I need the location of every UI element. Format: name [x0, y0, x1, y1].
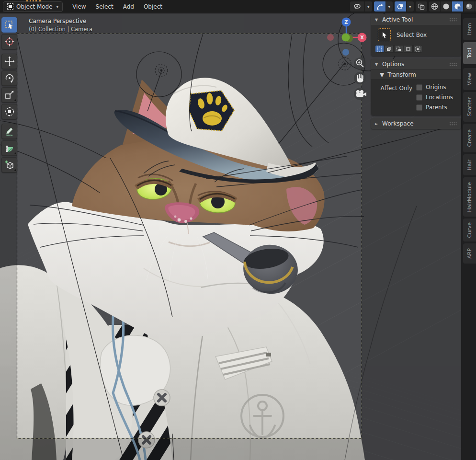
toggle-xray-button[interactable]	[416, 1, 427, 12]
tool-transform[interactable]	[1, 104, 17, 119]
mode-selector-label: Object Mode	[16, 3, 53, 10]
select-mode-set[interactable]	[375, 45, 384, 53]
tool-cursor[interactable]	[1, 34, 17, 49]
sidebar-tab-column: Item Tool View Scatter Create Hair HairM…	[461, 13, 476, 460]
axis-neg-z[interactable]	[342, 49, 349, 56]
tool-rotate[interactable]	[1, 70, 17, 86]
checkbox-box[interactable]	[416, 94, 422, 101]
xray-icon	[418, 3, 425, 10]
select-box-icon	[5, 20, 14, 30]
cursor-icon	[4, 36, 15, 47]
clipped-tool-marker	[26, 0, 41, 1]
tool-shelf	[1, 17, 19, 172]
panel-title: Options	[382, 61, 404, 68]
select-mode-intersect[interactable]	[413, 45, 422, 53]
tab-tool[interactable]: Tool	[463, 42, 476, 64]
viewport-header: Object Mode ▾ View Select Add Object ▾	[0, 0, 476, 13]
tool-add-cube[interactable]	[1, 157, 17, 172]
collapse-triangle-icon: ▼	[375, 18, 379, 22]
camera-view-button[interactable]	[354, 88, 366, 100]
tab-item[interactable]: Item	[463, 18, 476, 40]
checkbox-box[interactable]	[416, 104, 422, 111]
menu-view[interactable]: View	[68, 0, 91, 13]
tool-measure[interactable]	[1, 140, 17, 156]
tab-arp[interactable]: ARP	[463, 243, 476, 264]
checkbox-box[interactable]	[416, 84, 422, 91]
panel-grip-handle[interactable]	[449, 122, 457, 126]
sidebar-n-panel: ▼ Active Tool Select Box	[371, 14, 461, 132]
eye-icon	[353, 3, 361, 10]
axis-neg-x[interactable]	[327, 34, 334, 41]
measure-icon	[4, 143, 15, 153]
show-overlays-toggle[interactable]	[395, 1, 406, 12]
chevron-down-icon: ▾	[57, 4, 59, 9]
show-overlays-chevron[interactable]: ▾	[407, 1, 414, 12]
axis-y[interactable]	[342, 34, 350, 42]
shading-material-button[interactable]	[452, 1, 463, 12]
subpanel-header-transform[interactable]: ▼ Transform	[371, 69, 461, 79]
tab-view[interactable]: View	[463, 68, 476, 90]
menu-add[interactable]: Add	[118, 0, 139, 13]
object-visibility-dropdown[interactable]	[350, 1, 364, 12]
panel-header-active-tool[interactable]: ▼ Active Tool	[371, 14, 461, 25]
checkbox-origins[interactable]: Origins	[416, 84, 453, 91]
move-icon	[4, 56, 15, 67]
pan-hand-button[interactable]	[354, 72, 366, 84]
tool-annotate[interactable]	[1, 124, 17, 139]
select-mode-extend[interactable]	[385, 45, 394, 53]
panel-header-workspace[interactable]: ► Workspace	[371, 118, 461, 129]
show-gizmos-toggle[interactable]	[374, 1, 385, 12]
tab-create[interactable]: Create	[463, 124, 476, 152]
viewport-nav-buttons	[354, 58, 366, 100]
tool-select-box[interactable]	[1, 17, 17, 33]
shading-rendered-button[interactable]	[464, 1, 475, 12]
viewport-context-label: (0) Collection | Camera	[29, 26, 92, 33]
subpanel-title: Transform	[387, 71, 416, 78]
wireframe-sphere-icon	[431, 3, 438, 10]
show-gizmos-chevron[interactable]: ▾	[386, 1, 393, 12]
tab-scatter[interactable]: Scatter	[463, 92, 476, 122]
overlays-icon	[397, 3, 404, 10]
shading-solid-button[interactable]	[441, 1, 452, 12]
collapse-triangle-icon: ▼	[380, 71, 384, 78]
menu-select[interactable]: Select	[91, 0, 118, 13]
transform-icon	[4, 106, 15, 117]
scale-icon	[4, 90, 15, 100]
checkbox-parents[interactable]: Parents	[416, 104, 453, 111]
solid-sphere-icon	[442, 3, 450, 10]
material-sphere-icon	[454, 3, 461, 10]
rendered-sphere-icon	[465, 3, 473, 10]
mode-selector[interactable]: Object Mode ▾	[3, 1, 63, 12]
add-cube-icon	[4, 160, 15, 170]
panel-header-options[interactable]: ▼ Options	[371, 59, 461, 69]
panel-title: Active Tool	[382, 16, 413, 23]
svg-text:X: X	[360, 35, 364, 40]
object-mode-icon	[7, 3, 13, 10]
blender-window: Z X Object Mode ▾ View Select Ad	[0, 0, 476, 460]
select-mode-invert[interactable]	[404, 45, 413, 53]
panel-title: Workspace	[382, 120, 414, 127]
collapse-triangle-icon: ►	[375, 122, 379, 126]
tab-hairmodule[interactable]: HairModule	[463, 177, 476, 217]
rotate-icon	[4, 73, 15, 83]
collapse-triangle-icon: ▼	[375, 62, 379, 67]
shading-wireframe-button[interactable]	[429, 1, 440, 12]
object-visibility-chevron[interactable]: ▾	[365, 1, 372, 12]
zoom-button[interactable]	[354, 58, 366, 70]
checkbox-locations[interactable]: Locations	[416, 94, 453, 101]
viewport-view-label: Camera Perspective	[29, 18, 86, 24]
svg-text:Z: Z	[344, 20, 348, 25]
tab-hair[interactable]: Hair	[463, 154, 476, 175]
select-mode-subtract[interactable]	[394, 45, 403, 53]
panel-grip-handle[interactable]	[449, 18, 457, 22]
select-cursor-icon	[381, 32, 388, 38]
affect-only-label: Affect Only	[371, 84, 412, 92]
gizmo-icon	[376, 3, 383, 10]
tool-scale[interactable]	[1, 87, 17, 103]
select-mode-buttons	[371, 43, 461, 56]
tool-move[interactable]	[1, 54, 17, 69]
panel-grip-handle[interactable]	[449, 62, 457, 66]
active-tool-icon-button[interactable]	[378, 28, 391, 41]
tab-curve[interactable]: Curve	[463, 218, 476, 242]
menu-object[interactable]: Object	[139, 0, 167, 13]
